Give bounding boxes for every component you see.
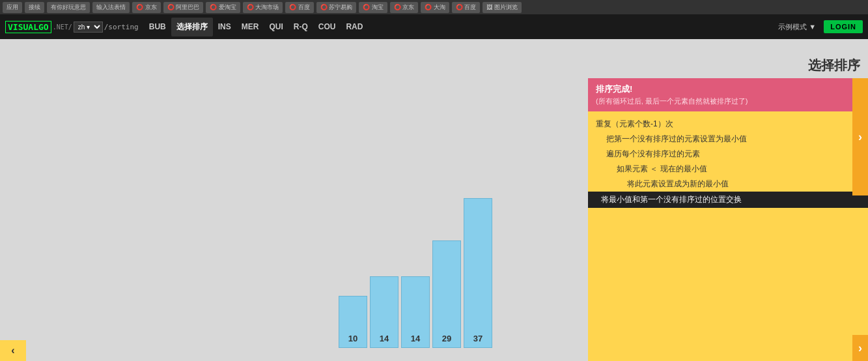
logo[interactable]: VISUALGO [5,21,51,33]
algo-line-5[interactable]: 将最小值和第一个没有排序过的位置交换 [588,192,868,208]
example-mode[interactable]: 示例模式 ▼ [778,22,816,32]
algo-line-4[interactable]: 将此元素设置成为新的最小值 [596,177,860,192]
right-arrow-top[interactable]: › [852,78,868,195]
nav-rad[interactable]: RAD [341,18,368,35]
browser-tab-13[interactable]: ⭕ 大淘 [421,2,449,13]
algo-line-2[interactable]: 遍历每个没有排序过的元素 [596,147,860,162]
browser-tab-5[interactable]: ⭕ 京东 [132,2,161,13]
nav-qui[interactable]: QUI [264,18,288,35]
nav-mer[interactable]: MER [236,18,264,35]
bar-3: 14 [401,276,430,348]
lang-select[interactable]: zh ▾ en [74,22,103,33]
bar-rect-3: 14 [401,276,430,348]
right-panel: 选择排序 排序完成! (所有循环过后, 最后一个元素自然就被排序过了) 重复（元… [588,39,868,361]
nav-cou[interactable]: COU [313,18,341,35]
bar-2: 14 [370,276,399,348]
bar-rect-1: 10 [339,296,367,348]
browser-tab-7[interactable]: ⭕ 爱淘宝 [206,2,240,13]
bar-4: 29 [432,240,461,348]
algo-line-1[interactable]: 把第一个没有排序过的元素设置为最小值 [596,132,860,147]
main-content: 10 14 14 29 37 [0,39,868,361]
status-title: 排序完成! [596,83,860,95]
browser-tab-4[interactable]: 输入法表情 [92,2,130,13]
browser-tab-2[interactable]: 接续 [25,2,44,13]
algo-panel: 排序完成! (所有循环过后, 最后一个元素自然就被排序过了) 重复（元素个数-1… [588,78,868,361]
bar-value-5: 37 [473,332,483,345]
algo-content: 重复（元素个数-1）次 把第一个没有排序过的元素设置为最小值 遍历每个没有排序过… [588,111,868,361]
browser-tab-8[interactable]: ⭕ 大淘市场 [243,2,283,13]
nav-bub[interactable]: BUB [144,18,171,35]
bar-rect-2: 14 [370,276,399,348]
browser-tab-12[interactable]: ⭕ 京东 [390,2,419,13]
bottom-left-arrow[interactable]: ‹ [0,340,26,361]
browser-tab-9[interactable]: ⭕ 百度 [285,2,314,13]
bar-rect-5: 37 [464,198,492,348]
bar-value-4: 29 [442,332,451,345]
login-button[interactable]: LOGIN [824,20,863,33]
title-area: 选择排序 [588,39,868,78]
browser-bar: 应用 接续 有你好玩意思 输入法表情 ⭕ 京东 ⭕ 阿里巴巴 ⭕ 爱淘宝 ⭕ 大… [0,0,868,14]
nav-selection-sort[interactable]: 选择排序 [171,18,213,36]
path-text: /sorting [104,23,139,31]
bar-5: 37 [464,198,492,348]
nav-bar: VISUALGO .NET/ zh ▾ en /sorting BUB 选择排序… [0,14,868,39]
bars-container: 10 14 14 29 37 [339,198,492,348]
algo-line-0[interactable]: 重复（元素个数-1）次 [596,117,860,132]
right-arrow-bottom[interactable]: › [852,335,868,361]
algo-line-3[interactable]: 如果元素 ＜ 现在的最小值 [596,162,860,177]
bar-value-3: 14 [411,332,420,345]
status-box: 排序完成! (所有循环过后, 最后一个元素自然就被排序过了) [588,78,868,111]
status-sub: (所有循环过后, 最后一个元素自然就被排序过了) [596,96,860,106]
browser-tab-14[interactable]: ⭕ 百度 [452,2,481,13]
bar-value-2: 14 [380,332,389,345]
browser-tab-15[interactable]: 🖼 图片浏览 [483,2,522,13]
browser-tab-3[interactable]: 有你好玩意思 [47,2,90,13]
chart-area: 10 14 14 29 37 [0,39,588,361]
bar-1: 10 [339,296,367,348]
browser-tab-6[interactable]: ⭕ 阿里巴巴 [163,2,204,13]
nav-rq[interactable]: R-Q [288,18,313,35]
browser-tab-10[interactable]: ⭕ 苏宁易购 [316,2,357,13]
nav-ins[interactable]: INS [213,18,236,35]
browser-tab-11[interactable]: ⭕ 淘宝 [359,2,387,13]
bar-rect-4: 29 [432,240,461,348]
logo-suffix: .NET/ [53,23,72,31]
page-title: 选择排序 [808,57,860,74]
bar-value-1: 10 [348,332,357,345]
browser-tab-1[interactable]: 应用 [3,2,22,13]
